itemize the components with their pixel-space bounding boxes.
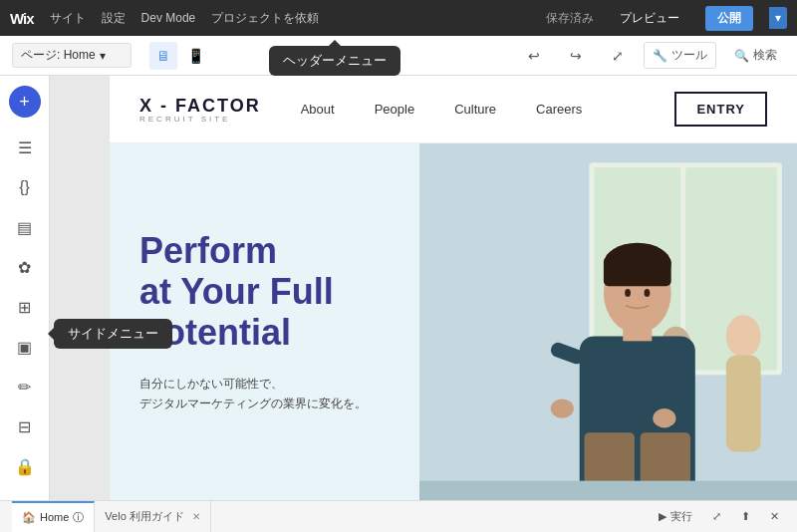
svg-point-11 — [550, 399, 573, 417]
maximize-button[interactable]: ⬆ — [735, 508, 756, 525]
tab-home[interactable]: 🏠 Home ⓘ — [12, 501, 95, 532]
wix-logo: Wix — [10, 10, 34, 27]
run-label: 実行 — [670, 509, 692, 524]
sidebar-item-draw[interactable]: ✏ — [7, 369, 43, 404]
entry-button[interactable]: ENTRY — [674, 92, 767, 127]
page-selector[interactable]: ページ: Home ▾ — [12, 43, 132, 68]
svg-point-4 — [725, 315, 760, 358]
publish-button[interactable]: 公開 — [705, 6, 753, 31]
tools-icon: 🔧 — [653, 49, 667, 63]
svg-point-18 — [644, 289, 650, 297]
sidebar-item-content[interactable]: ▤ — [7, 209, 43, 245]
site-nav: About People Culture Careers — [301, 102, 583, 117]
pages-icon: ☰ — [18, 138, 32, 157]
code-icon: {} — [19, 178, 30, 196]
hero-image-svg — [419, 143, 798, 500]
main-layout: + ☰ {} ▤ ✿ ⊞ ▣ ✏ ⊟ 🔒 サイドメニュー — [0, 76, 797, 500]
image-icon: ▣ — [17, 338, 32, 357]
menu-settings[interactable]: 設定 — [102, 10, 126, 27]
top-bar: Wix サイト 設定 Dev Mode プロジェクトを依頼 保存済み プレビュー… — [0, 0, 797, 36]
draw-icon: ✏ — [18, 378, 31, 397]
content-icon: ▤ — [17, 218, 32, 237]
velo-tab-close[interactable]: ✕ — [192, 511, 200, 522]
svg-point-17 — [625, 289, 631, 297]
menu-project[interactable]: プロジェクトを依頼 — [211, 10, 319, 27]
plus-icon: + — [19, 92, 30, 113]
sidebar-item-pages[interactable]: ☰ — [7, 130, 43, 165]
publish-chevron-button[interactable]: ▾ — [769, 7, 787, 29]
menu-devmode[interactable]: Dev Mode — [141, 11, 196, 25]
expand-code-button[interactable]: ⤢ — [706, 508, 727, 525]
home-tab-icon: 🏠 — [22, 511, 36, 524]
bottom-bar: 🏠 Home ⓘ Velo 利用ガイド ✕ ▶ 実行 ⤢ ⬆ ✕ — [0, 500, 797, 532]
mobile-device-icon[interactable]: 📱 — [181, 42, 209, 70]
desktop-device-icon[interactable]: 🖥 — [149, 42, 177, 70]
logo-sub-text: RECRUIT SITE — [139, 115, 261, 124]
nav-about[interactable]: About — [301, 102, 335, 117]
home-tab-info-icon[interactable]: ⓘ — [73, 510, 84, 525]
search-icon: 🔍 — [734, 49, 749, 63]
apps-icon: ⊞ — [18, 298, 31, 317]
maximize-icon: ⬆ — [741, 510, 750, 523]
redo-button[interactable]: ↪ — [560, 40, 592, 72]
lock-icon: 🔒 — [15, 457, 35, 476]
svg-point-12 — [653, 408, 675, 427]
media-icon: ✿ — [18, 258, 31, 277]
device-icons: 🖥 📱 — [149, 42, 209, 70]
run-button[interactable]: ▶ 実行 — [653, 507, 698, 526]
site-header: X - FACTOR RECRUIT SITE About People Cul… — [110, 76, 797, 143]
search-label: 検索 — [753, 47, 777, 64]
save-status: 保存済み — [546, 10, 594, 27]
tools-button[interactable]: 🔧 ツール — [644, 42, 716, 69]
website-preview: X - FACTOR RECRUIT SITE About People Cul… — [110, 76, 797, 500]
home-tab-label: Home — [40, 511, 69, 523]
page-selector-chevron: ▾ — [100, 49, 106, 63]
sidebar-item-apps[interactable]: ⊞ — [7, 289, 43, 325]
hero-subtitle-line1: 自分にしかない可能性で、 — [139, 374, 390, 394]
preview-button[interactable]: プレビュー — [610, 6, 689, 31]
tab-velo[interactable]: Velo 利用ガイド ✕ — [95, 501, 210, 532]
sidebar-item-media[interactable]: ✿ — [7, 249, 43, 285]
svg-rect-16 — [603, 257, 670, 286]
undo-button[interactable]: ↩ — [518, 40, 550, 72]
logo-main-text: X - FACTOR — [139, 96, 261, 117]
expand-icon: ⤢ — [712, 510, 721, 523]
layout-icon: ⊟ — [18, 417, 31, 436]
search-button[interactable]: 🔍 検索 — [726, 43, 785, 68]
close-panel-button[interactable]: ✕ — [764, 508, 785, 525]
velo-tab-label: Velo 利用ガイド — [105, 509, 183, 524]
svg-rect-21 — [419, 481, 798, 500]
sidebar-item-image[interactable]: ▣ — [7, 329, 43, 365]
second-bar: ページ: Home ▾ 🖥 📱 ↩ ↪ ⤢ 🔧 ツール 🔍 検索 — [0, 36, 797, 76]
menu-site[interactable]: サイト — [50, 10, 86, 27]
tools-label: ツール — [671, 47, 707, 64]
nav-careers[interactable]: Careers — [536, 102, 582, 117]
hero-subtitle: 自分にしかない可能性で、 デジタルマーケティングの業界に変化を。 — [139, 374, 390, 414]
add-element-button[interactable]: + — [9, 86, 41, 118]
sidebar-item-layout[interactable]: ⊟ — [7, 408, 43, 444]
bottom-actions: ▶ 実行 ⤢ ⬆ ✕ — [653, 507, 785, 526]
sidebar: + ☰ {} ▤ ✿ ⊞ ▣ ✏ ⊟ 🔒 — [0, 76, 50, 500]
sidebar-item-code[interactable]: {} — [7, 169, 43, 205]
svg-rect-5 — [725, 356, 760, 452]
site-logo: X - FACTOR RECRUIT SITE — [139, 96, 261, 124]
page-selector-label: ページ: Home — [21, 47, 96, 64]
hero-right — [419, 143, 798, 500]
hero-left: Performat Your FullPotential 自分にしかない可能性で… — [110, 143, 419, 500]
hero-subtitle-line2: デジタルマーケティングの業界に変化を。 — [139, 394, 390, 413]
nav-culture[interactable]: Culture — [454, 102, 496, 117]
hero-title-text: Performat Your FullPotential — [139, 230, 334, 354]
close-panel-icon: ✕ — [770, 510, 779, 523]
canvas-area: X - FACTOR RECRUIT SITE About People Cul… — [50, 76, 797, 500]
run-icon: ▶ — [659, 510, 666, 523]
stretch-button[interactable]: ⤢ — [602, 40, 634, 72]
sidebar-item-lock[interactable]: 🔒 — [7, 448, 43, 484]
nav-people[interactable]: People — [375, 102, 414, 117]
hero-title: Performat Your FullPotential — [139, 230, 390, 354]
hero-section: Performat Your FullPotential 自分にしかない可能性で… — [110, 143, 797, 500]
